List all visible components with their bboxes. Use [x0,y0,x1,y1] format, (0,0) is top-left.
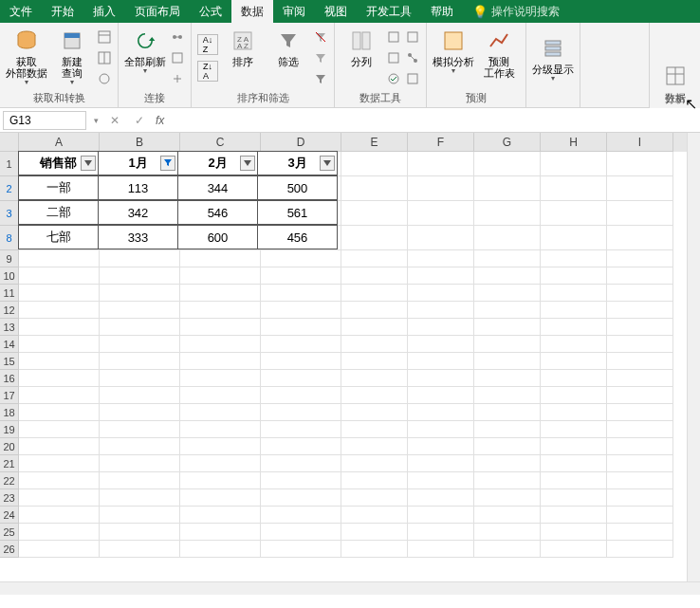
table-cell[interactable]: 344 [177,175,258,200]
cell[interactable] [607,353,673,370]
cell[interactable] [261,404,341,421]
table-cell[interactable]: 一部 [18,175,99,200]
advanced-filter-button[interactable] [313,71,328,86]
cell[interactable] [261,336,341,353]
cell[interactable] [474,353,541,370]
cell[interactable] [408,152,474,176]
cell[interactable] [180,438,261,455]
cell[interactable] [474,267,541,285]
cell[interactable] [19,370,100,387]
cell[interactable] [408,319,474,336]
cell[interactable] [341,336,408,353]
cell[interactable] [408,455,474,472]
manage-data-model-button[interactable] [405,71,420,86]
cell[interactable] [607,507,673,524]
table-cell[interactable]: 561 [257,200,338,225]
cell[interactable] [261,472,341,489]
cell[interactable] [541,507,607,524]
column-header-C[interactable]: C [180,133,261,152]
cell[interactable] [607,285,673,302]
cell[interactable] [341,404,408,421]
cell[interactable] [180,267,261,285]
cell[interactable] [100,302,180,319]
cell[interactable] [341,176,408,201]
table-header[interactable]: 2月 [177,151,258,175]
cell[interactable] [607,455,673,472]
cell[interactable] [541,524,607,541]
column-header-H[interactable]: H [541,133,607,152]
cell[interactable] [408,285,474,302]
cell[interactable] [541,370,607,387]
cell[interactable] [474,370,541,387]
cell[interactable] [408,438,474,455]
cell[interactable] [474,489,541,507]
row-header-13[interactable]: 13 [0,319,19,336]
table-cell[interactable]: 546 [177,200,258,225]
enter-button[interactable]: ✓ [127,114,152,127]
flash-fill-button[interactable] [386,29,401,45]
cell[interactable] [408,176,474,201]
cell[interactable] [541,152,607,176]
vertical-scrollbar[interactable] [687,133,700,581]
connections-button[interactable] [170,29,185,45]
cell[interactable] [341,541,408,558]
select-all-button[interactable] [0,133,19,152]
sort-button[interactable]: Z AA Z 排序 [222,26,264,90]
menu-审阅[interactable]: 审阅 [273,0,315,23]
table-cell[interactable]: 二部 [18,200,99,225]
cell[interactable] [180,285,261,302]
cell[interactable] [408,370,474,387]
menu-页面布局[interactable]: 页面布局 [125,0,190,23]
cell[interactable] [100,489,180,507]
formula-input[interactable] [168,111,700,130]
cell[interactable] [607,226,673,250]
cell[interactable] [607,152,673,176]
cell[interactable] [541,201,607,226]
cell[interactable] [341,421,408,438]
horizontal-scrollbar[interactable] [0,581,700,595]
filter-dropdown-button[interactable] [320,156,335,171]
row-header-15[interactable]: 15 [0,353,19,370]
cell[interactable] [541,353,607,370]
text-to-columns-button[interactable]: 分列 [341,26,382,90]
name-box[interactable]: G13 [3,111,86,130]
cell[interactable] [541,421,607,438]
cell[interactable] [261,267,341,285]
cell[interactable] [408,387,474,404]
cell[interactable] [341,226,408,250]
recent-sources-button[interactable] [97,71,112,86]
row-header-23[interactable]: 23 [0,489,19,507]
ribbon-overflow[interactable]: 数据 分析 [649,23,700,108]
row-header-12[interactable]: 12 [0,302,19,319]
cell[interactable] [261,285,341,302]
cell[interactable] [261,489,341,507]
show-queries-button[interactable] [97,29,112,45]
cell[interactable] [408,472,474,489]
filter-dropdown-button[interactable] [81,156,96,171]
cell[interactable] [474,404,541,421]
cell[interactable] [19,285,100,302]
cell[interactable] [474,421,541,438]
cell[interactable] [408,524,474,541]
cell[interactable] [180,507,261,524]
cell[interactable] [607,370,673,387]
column-header-A[interactable]: A [19,133,100,152]
cell[interactable] [607,438,673,455]
cell[interactable] [341,524,408,541]
cell[interactable] [541,250,607,267]
menu-开发工具[interactable]: 开发工具 [357,0,421,23]
cell[interactable] [408,302,474,319]
cell[interactable] [408,404,474,421]
cell[interactable] [261,370,341,387]
cell[interactable] [607,489,673,507]
row-header-19[interactable]: 19 [0,421,19,438]
outline-button[interactable]: 分级显示▾ [532,33,574,98]
cell[interactable] [341,302,408,319]
cell[interactable] [100,421,180,438]
row-header-2[interactable]: 2 [0,176,19,201]
cell[interactable] [341,370,408,387]
cell[interactable] [100,353,180,370]
cell[interactable] [474,201,541,226]
row-header-20[interactable]: 20 [0,438,19,455]
cell[interactable] [261,455,341,472]
